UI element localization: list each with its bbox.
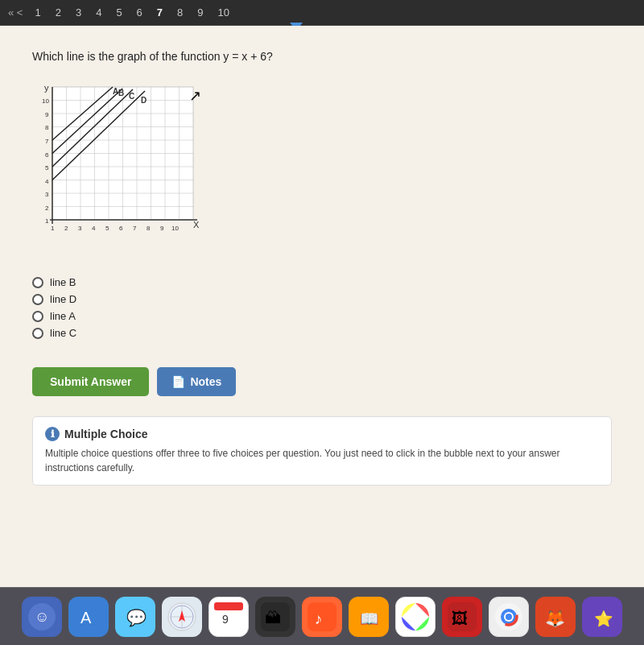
svg-text:10: 10 [171, 225, 179, 232]
dock-books[interactable]: 📖 [349, 597, 389, 637]
svg-text:A: A [80, 609, 92, 626]
svg-point-72 [410, 611, 421, 622]
svg-text:5: 5 [45, 164, 49, 172]
svg-text:3: 3 [78, 225, 82, 232]
svg-text:🏔: 🏔 [265, 609, 281, 626]
radio-line-b[interactable] [32, 277, 43, 288]
choice-line-b[interactable]: line B [32, 276, 612, 288]
nav-num-1[interactable]: 1 [35, 6, 40, 19]
svg-text:📖: 📖 [360, 610, 379, 628]
notes-label: Notes [190, 375, 221, 388]
dock-photos[interactable]: 🖼 [442, 597, 482, 637]
svg-text:💬: 💬 [126, 608, 147, 627]
nav-num-9[interactable]: 9 [197, 6, 203, 19]
nav-num-10[interactable]: 10 [218, 6, 229, 19]
info-title-text: Multiple Choice [64, 428, 147, 440]
info-section: ℹ Multiple Choice Multiple choice questi… [32, 416, 612, 486]
svg-text:9: 9 [222, 613, 229, 626]
answer-choices: line B line D line A line C [32, 276, 612, 339]
svg-rect-63 [214, 602, 243, 610]
nav-num-8[interactable]: 8 [177, 6, 183, 19]
nav-num-6[interactable]: 6 [137, 6, 142, 19]
graph-wrapper: y X 1 2 3 4 5 6 7 8 9 10 1 2 [32, 83, 209, 252]
dock-messages[interactable]: 💬 [115, 597, 155, 637]
svg-text:3: 3 [45, 191, 49, 198]
svg-text:4: 4 [45, 178, 49, 185]
choice-label-a: line A [50, 310, 76, 322]
radio-line-a[interactable] [32, 311, 43, 322]
choice-line-a[interactable]: line A [32, 310, 612, 322]
nav-num-4[interactable]: 4 [96, 6, 101, 19]
svg-text:9: 9 [45, 111, 49, 118]
svg-text:7: 7 [45, 138, 49, 145]
dock-calendar[interactable]: 9 [208, 597, 249, 637]
radio-line-d[interactable] [32, 294, 43, 305]
info-icon: ℹ [45, 427, 60, 441]
cursor-arrow: ↗ [189, 87, 201, 105]
action-buttons: Submit Answer 📄 Notes [32, 367, 612, 396]
question-text: Which line is the graph of the function … [32, 50, 612, 63]
svg-text:1: 1 [51, 225, 55, 232]
dock-appstore[interactable]: A [68, 597, 109, 637]
choice-line-c[interactable]: line C [32, 327, 612, 339]
choice-label-d: line D [50, 293, 76, 305]
svg-text:8: 8 [147, 225, 151, 232]
svg-text:10: 10 [42, 97, 49, 105]
svg-text:2: 2 [45, 205, 49, 212]
question-number-nav: 1 2 3 4 5 6 7 8 9 10 [35, 6, 229, 19]
dock-firefox[interactable]: 🦊 [535, 597, 576, 637]
svg-text:6: 6 [45, 151, 49, 159]
dock-chrome[interactable] [489, 597, 529, 637]
radio-line-c[interactable] [32, 328, 43, 339]
dock-safari[interactable] [162, 597, 202, 637]
main-content-area: Which line is the graph of the function … [0, 26, 644, 645]
svg-text:C: C [129, 92, 134, 101]
choice-label-b: line B [50, 276, 76, 288]
dock-star-app[interactable]: ⭐ [582, 597, 622, 637]
svg-text:X: X [193, 220, 200, 229]
dock-finder[interactable]: ☺ [22, 597, 62, 637]
notes-button[interactable]: 📄 Notes [157, 367, 236, 396]
svg-text:5: 5 [105, 225, 109, 232]
submit-button[interactable]: Submit Answer [32, 367, 149, 396]
info-body-text: Multiple choice questions offer three to… [45, 446, 599, 475]
info-title-row: ℹ Multiple Choice [45, 427, 599, 441]
notes-icon: 📄 [171, 375, 185, 388]
nav-num-7[interactable]: 7 [157, 6, 163, 19]
svg-text:6: 6 [119, 225, 123, 232]
coordinate-graph: y X 1 2 3 4 5 6 7 8 9 10 1 2 [32, 83, 201, 244]
svg-text:y: y [44, 83, 49, 93]
choice-label-c: line C [50, 327, 76, 339]
svg-text:1: 1 [45, 217, 49, 225]
nav-back-arrows[interactable]: « < [8, 6, 23, 19]
dock-music[interactable]: ♪ [302, 597, 342, 637]
svg-text:☺: ☺ [35, 609, 49, 625]
svg-text:7: 7 [133, 225, 137, 232]
svg-text:B: B [118, 89, 124, 97]
svg-text:🖼: 🖼 [452, 610, 468, 627]
nav-num-3[interactable]: 3 [76, 6, 81, 19]
dock-photos-app[interactable]: 🏔 [255, 597, 295, 637]
svg-text:♪: ♪ [315, 610, 323, 627]
top-navigation: « < 1 2 3 4 5 6 7 8 9 10 [0, 0, 644, 26]
dock-colorwheel[interactable] [395, 597, 436, 637]
svg-text:D: D [141, 96, 147, 105]
svg-text:9: 9 [160, 225, 164, 232]
choice-line-d[interactable]: line D [32, 293, 612, 305]
svg-text:2: 2 [64, 225, 68, 232]
macos-dock: ☺ A 💬 9 🏔 ♪ 📖 [0, 587, 644, 645]
svg-text:🦊: 🦊 [545, 609, 565, 628]
svg-point-79 [506, 614, 512, 620]
graph-container: y X 1 2 3 4 5 6 7 8 9 10 1 2 [32, 83, 612, 252]
svg-text:8: 8 [45, 124, 49, 131]
nav-num-2[interactable]: 2 [56, 6, 61, 19]
svg-text:4: 4 [92, 225, 96, 232]
svg-text:⭐: ⭐ [594, 610, 613, 628]
nav-num-5[interactable]: 5 [116, 6, 122, 19]
